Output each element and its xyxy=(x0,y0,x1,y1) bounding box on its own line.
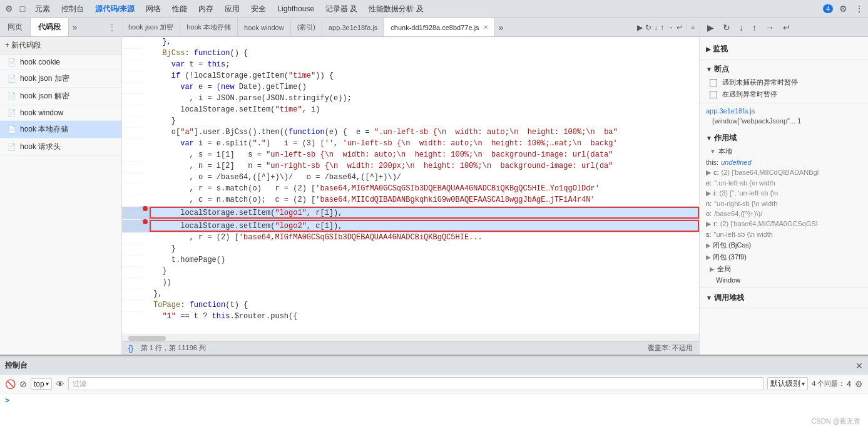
scrollbar-thumb[interactable] xyxy=(128,336,166,341)
file-icon-2: 📄 xyxy=(8,75,16,83)
step-into-rp-icon[interactable]: ↓ xyxy=(737,21,746,34)
console-toolbar: 🚫 ⊘ top ▾ 👁 过滤 默认级别 ▾ 4 个问题： 4 ⚙ xyxy=(0,375,868,393)
code-content: }, xyxy=(150,37,699,46)
sidebar-item-hook-json-enc[interactable]: 📄 hook json 加密 xyxy=(0,70,121,88)
devtools-icon-2[interactable]: □ xyxy=(16,3,29,15)
settings-icon[interactable]: ⚙ xyxy=(837,3,849,15)
rp-scope-title[interactable]: ▼ 作用域 xyxy=(700,131,868,145)
file-icon-4: 📄 xyxy=(8,109,16,117)
rp-breakpoints-title[interactable]: ▼ 断点 xyxy=(700,62,868,76)
rp-callstack-title[interactable]: ▼ 调用堆栈 xyxy=(700,291,868,305)
step-out-rp-icon[interactable]: ↑ xyxy=(750,21,759,34)
rp-file-ref[interactable]: app.3e1e18fa.js xyxy=(700,106,868,116)
menu-security[interactable]: 安全 xyxy=(246,3,271,16)
code-line: } xyxy=(122,244,699,255)
console-settings-icon[interactable]: ⚙ xyxy=(855,379,863,389)
callstack-expand-icon: ▼ xyxy=(706,294,712,301)
step-out-icon[interactable]: → xyxy=(666,23,674,32)
filter-placeholder: 过滤 xyxy=(73,380,86,387)
more-icon[interactable]: ⋮ xyxy=(853,3,865,15)
rp-closure-bjcss[interactable]: ▶ 闭包 (BjCss) xyxy=(700,239,868,251)
menu-network[interactable]: 网络 xyxy=(141,3,166,16)
line-number xyxy=(122,82,141,83)
more-tabs-icon[interactable]: » xyxy=(495,23,508,33)
tabs-more-icon[interactable]: » xyxy=(69,18,81,36)
code-format-icon[interactable]: {} xyxy=(128,344,133,353)
menu-memory[interactable]: 内存 xyxy=(193,3,218,16)
top-right-icons: 4 ⚙ ⋮ xyxy=(823,3,865,15)
menu-elements[interactable]: 元素 xyxy=(30,3,55,16)
console-eye-icon[interactable]: 👁 xyxy=(56,379,64,389)
sidebar-item-hook-json-dec[interactable]: 📄 hook json 解密 xyxy=(0,88,121,105)
step-into-icon[interactable]: ↑ xyxy=(660,23,664,32)
step-rp-icon[interactable]: → xyxy=(763,21,777,34)
code-line: , r = (2) ['base64,MIGfMA0GCSqGSIb3DQEBA… xyxy=(122,232,699,244)
menu-performance[interactable]: 性能 xyxy=(167,3,192,16)
bp-checkbox-1[interactable] xyxy=(710,79,717,86)
context-dropdown[interactable]: top ▾ xyxy=(31,378,52,390)
menu-sources[interactable]: 源代码/来源 xyxy=(90,3,140,16)
menu-console[interactable]: 控制台 xyxy=(56,3,89,16)
refresh-icon[interactable]: ↻ xyxy=(645,23,651,32)
log-level-dropdown[interactable]: 默认级别 ▾ xyxy=(767,377,808,390)
bp-checkbox-2[interactable] xyxy=(710,91,717,98)
file-tab-2[interactable]: hook 本地存储 xyxy=(180,18,238,36)
issues-count-badge[interactable]: 4 xyxy=(847,380,851,388)
bp-option-1[interactable]: 遇到未捕获的异常时暂停 xyxy=(700,76,868,88)
code-line: if (!localStorage.getItem("time")) { xyxy=(122,71,699,82)
console-close-button[interactable]: ✕ xyxy=(855,361,863,371)
breakpoints-expand-icon: ▼ xyxy=(706,66,712,73)
deactivate-icon[interactable]: ↵ xyxy=(677,23,683,32)
resume-icon[interactable]: ▶ xyxy=(705,21,717,34)
file-tab-1[interactable]: hook json 加密 xyxy=(122,18,180,36)
rp-watch-title[interactable]: ▶ 监视 xyxy=(700,42,868,56)
local-expand-icon: ▼ xyxy=(710,148,716,155)
step-over-icon[interactable]: ↓ xyxy=(654,23,658,32)
menu-application[interactable]: 应用 xyxy=(220,3,245,16)
code-content: o["a"].user.BjCss().then((function(e) { … xyxy=(150,127,699,137)
code-line-breakpoint-2: localStorage.setItem("logo2", c[1]), xyxy=(122,219,699,232)
console-filter-input[interactable]: 过滤 xyxy=(68,377,763,390)
file-tab-4[interactable]: (索引) xyxy=(291,18,322,36)
file-tab-6[interactable]: chunk-dd1f928a.ce8bd77e.js ✕ xyxy=(384,18,494,36)
step-over-rp-icon[interactable]: ↻ xyxy=(720,21,733,34)
sidebar-item-hook-window[interactable]: 📄 hook window xyxy=(0,105,121,121)
snippet-run-icon[interactable]: ▶ xyxy=(637,23,643,32)
close-tab-icon[interactable]: ✕ xyxy=(483,24,488,31)
line-number xyxy=(122,266,141,267)
file-tab-5[interactable]: app.3e1e18fa.js xyxy=(322,18,384,36)
menu-recorder[interactable]: 记录器 及 xyxy=(320,3,362,16)
file-tab-3[interactable]: hook window xyxy=(238,18,291,36)
console-content[interactable]: > xyxy=(0,393,868,431)
horizontal-scrollbar[interactable] xyxy=(122,335,699,341)
closure-expand-icon-1: ▶ xyxy=(706,242,711,249)
menu-perf-insights[interactable]: 性能数据分析 及 xyxy=(364,3,428,16)
sidebar-item-hook-request[interactable]: 📄 hook 请求头 xyxy=(0,138,121,156)
code-line: }, xyxy=(122,37,699,48)
bp-option-2[interactable]: 在遇到异常时暂停 xyxy=(700,88,868,100)
console-clear-icon[interactable]: 🚫 xyxy=(5,379,16,389)
left-sidebar: 网页 代码段 » ⋮ + 新代码段 📄 hook cookie 📄 hook j… xyxy=(0,18,122,355)
minimap-toggle[interactable]: ≡ xyxy=(687,24,699,31)
tab-snippets[interactable]: 代码段 xyxy=(31,18,69,36)
deactivate-rp-icon[interactable]: ↵ xyxy=(780,21,793,34)
sidebar-item-hook-localstorage[interactable]: 📄 hook 本地存储 xyxy=(0,121,121,138)
issues-badge[interactable]: 4 xyxy=(823,4,833,13)
devtools-icon-1[interactable]: ⚙ xyxy=(3,3,15,15)
console-block-icon[interactable]: ⊘ xyxy=(19,379,27,389)
status-bar: {} 第 1 行，第 11196 列 覆盖率: 不适用 xyxy=(122,341,699,355)
file-icon-3: 📄 xyxy=(8,92,16,100)
rp-closure-37f9[interactable]: ▶ 闭包 (37f9) xyxy=(700,251,868,263)
line-number xyxy=(122,255,141,256)
menu-lighthouse[interactable]: Lighthouse xyxy=(272,3,319,14)
global-expand-icon: ▶ xyxy=(710,266,715,273)
new-snippet-button[interactable]: + 新代码段 xyxy=(5,41,41,49)
top-menu-bar: ⚙ □ 元素 控制台 源代码/来源 网络 性能 内存 应用 安全 Lightho… xyxy=(0,0,868,18)
sidebar-item-hook-cookie[interactable]: 📄 hook cookie xyxy=(0,55,121,70)
code-content: var i = e.split(".") i = (3) ['', 'un-le… xyxy=(150,138,699,148)
code-editor[interactable]: }, BjCss: function() { var t = this; xyxy=(122,37,699,335)
tab-webpage[interactable]: 网页 xyxy=(0,18,31,36)
context-dropdown-label: top xyxy=(34,380,44,388)
sidebar-more-icon[interactable]: ⋮ xyxy=(103,18,121,36)
rp-scope-i: ▶ i: (3) ['', 'un-left-sb {\n xyxy=(700,188,868,199)
